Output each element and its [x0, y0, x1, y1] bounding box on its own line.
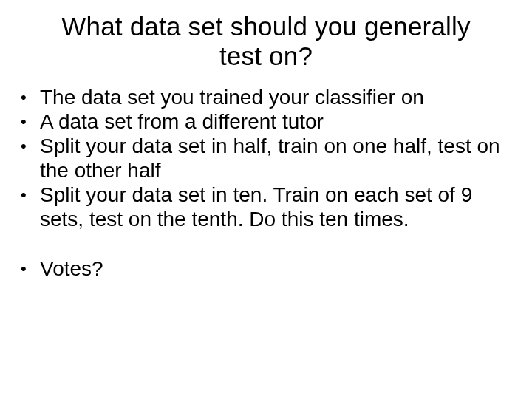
list-item: • The data set you trained your classifi… — [21, 85, 511, 109]
slide-title: What data set should you generally test … — [21, 12, 511, 82]
slide-body: • The data set you trained your classifi… — [21, 82, 511, 281]
bullet-list-main: • The data set you trained your classifi… — [21, 85, 511, 231]
bullet-icon: • — [21, 134, 40, 158]
bullet-text: The data set you trained your classifier… — [40, 85, 511, 109]
spacer — [21, 231, 511, 256]
list-item: • Split your data set in ten. Train on e… — [21, 183, 511, 231]
bullet-icon: • — [21, 183, 40, 207]
bullet-icon: • — [21, 109, 40, 134]
bullet-text: Split your data set in ten. Train on eac… — [40, 183, 511, 231]
list-item: • Split your data set in half, train on … — [21, 134, 511, 183]
bullet-icon: • — [21, 256, 40, 281]
bullet-text: A data set from a different tutor — [40, 109, 511, 134]
bullet-text: Split your data set in half, train on on… — [40, 134, 511, 183]
slide: What data set should you generally test … — [0, 0, 532, 399]
list-item: • Votes? — [21, 256, 511, 281]
list-item: • A data set from a different tutor — [21, 109, 511, 134]
bullet-icon: • — [21, 85, 40, 109]
bullet-list-secondary: • Votes? — [21, 256, 511, 281]
bullet-text: Votes? — [40, 256, 511, 281]
